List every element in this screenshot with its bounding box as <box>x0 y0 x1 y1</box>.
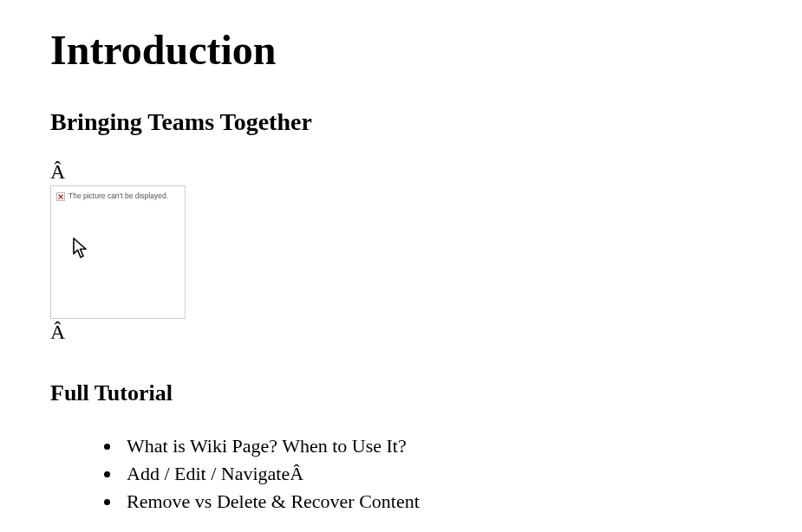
stray-char-after: Â <box>50 321 802 344</box>
broken-image-x-icon <box>56 192 65 201</box>
broken-image-text: The picture can't be displayed. <box>68 191 168 200</box>
stray-char-before: Â <box>50 160 802 184</box>
page-title: Introduction <box>50 26 802 74</box>
list-item: What is Wiki Page? When to Use It? <box>121 432 802 460</box>
broken-image-placeholder: The picture can't be displayed. <box>50 185 186 319</box>
list-item: Remove vs Delete & Recover Content <box>121 488 802 516</box>
cursor-icon <box>72 237 91 264</box>
list-item: Add / Edit / NavigateÂ <box>121 460 802 488</box>
section-heading-tutorial: Full Tutorial <box>50 380 802 406</box>
tutorial-list: What is Wiki Page? When to Use It? Add /… <box>50 432 802 516</box>
section-heading-teams: Bringing Teams Together <box>50 108 802 136</box>
